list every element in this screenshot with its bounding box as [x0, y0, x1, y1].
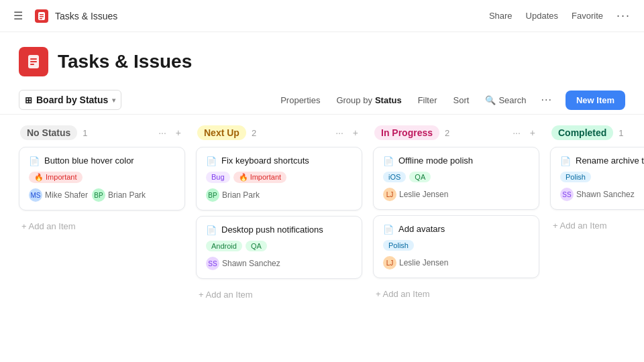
tag-qa[interactable]: QA [246, 241, 267, 251]
column-title-next-up: Next Up [197, 125, 246, 140]
new-item-button[interactable]: New Item [566, 90, 625, 110]
sort-button[interactable]: Sort [447, 92, 476, 109]
assignee-name: Shawn Sanchez [222, 259, 280, 268]
svg-rect-5 [30, 58, 37, 60]
column-actions-next-up: ···+ [333, 126, 361, 139]
column-more-no-status[interactable]: ··· [156, 126, 169, 139]
column-actions-in-progress: ···+ [510, 126, 538, 139]
column-in-progress: In Progress2···+📄Offline mode polishiOSQ… [373, 125, 539, 348]
board-view-selector[interactable]: ⊞ Board by Status ▾ [19, 90, 121, 110]
tag-important[interactable]: 🔥 Important [233, 172, 287, 183]
column-count-next-up: 2 [252, 128, 256, 138]
column-title-completed: Completed [551, 125, 613, 140]
card-title-next-up-0: Fix keyboard shortcuts [221, 156, 309, 166]
updates-button[interactable]: Updates [526, 11, 558, 21]
avatar: BP [92, 188, 105, 202]
card-doc-icon: 📄 [206, 156, 217, 166]
nav-more-button[interactable]: ··· [616, 9, 631, 23]
card-title-in-progress-0: Offline mode polish [398, 156, 473, 166]
favorite-button[interactable]: Favorite [572, 11, 603, 21]
column-count-completed: 1 [619, 128, 623, 138]
card-doc-icon: 📄 [206, 225, 217, 235]
search-button[interactable]: 🔍 Search [478, 92, 533, 109]
nav-left: ☰ Tasks & Issues [13, 9, 117, 23]
card-next-up-0[interactable]: 📄Fix keyboard shortcutsBug🔥 ImportantBPB… [196, 147, 362, 210]
toolbar: ⊞ Board by Status ▾ Properties Group by … [0, 86, 644, 115]
column-more-in-progress[interactable]: ··· [510, 126, 523, 139]
board-icon: ⊞ [25, 95, 32, 105]
column-add-in-progress[interactable]: + [527, 126, 538, 139]
chevron-down-icon: ▾ [112, 97, 115, 104]
assignee-name: Shawn Sanchez [576, 190, 635, 199]
svg-rect-2 [40, 16, 44, 17]
tag-android[interactable]: Android [206, 241, 242, 251]
card-in-progress-0[interactable]: 📄Offline mode polishiOSQALJLeslie Jensen [373, 147, 539, 210]
card-no-status-0[interactable]: 📄Button blue hover color🔥 ImportantMSMik… [19, 147, 185, 210]
column-header-next-up: Next Up2···+ [196, 125, 362, 140]
column-header-no-status: No Status1···+ [19, 125, 185, 140]
avatar: BP [206, 188, 219, 202]
filter-button[interactable]: Filter [411, 92, 444, 109]
card-completed-0[interactable]: 📄Rename archive to trashPolishSSShawn Sa… [550, 147, 644, 210]
tag-important[interactable]: 🔥 Important [29, 172, 83, 183]
card-next-up-1[interactable]: 📄Desktop push notificationsAndroidQASSSh… [196, 216, 362, 279]
avatar: SS [560, 188, 574, 201]
card-title-in-progress-1: Add avatars [398, 224, 445, 234]
avatar: LJ [383, 188, 396, 201]
assignee-name: Leslie Jensen [399, 258, 448, 267]
tag-polish[interactable]: Polish [383, 240, 414, 251]
column-add-no-status[interactable]: + [173, 126, 184, 139]
card-title-next-up-1: Desktop push notifications [221, 225, 323, 235]
assignee-name: Brian Park [108, 190, 146, 200]
column-header-completed: Completed1···+ [550, 125, 644, 140]
column-completed: Completed1···+📄Rename archive to trashPo… [550, 125, 644, 348]
column-title-no-status: No Status [20, 125, 77, 140]
card-doc-icon: 📄 [29, 156, 40, 166]
column-add-next-up[interactable]: + [350, 126, 361, 139]
add-item-completed[interactable]: + Add an Item [550, 215, 644, 236]
share-button[interactable]: Share [489, 11, 513, 21]
tag-bug[interactable]: Bug [206, 172, 230, 183]
column-count-in-progress: 2 [445, 128, 449, 138]
card-doc-icon: 📄 [383, 156, 394, 166]
column-next-up: Next Up2···+📄Fix keyboard shortcutsBug🔥 … [196, 125, 362, 348]
column-header-in-progress: In Progress2···+ [373, 125, 539, 140]
add-item-in-progress[interactable]: + Add an Item [373, 284, 539, 304]
column-no-status: No Status1···+📄Button blue hover color🔥 … [19, 125, 185, 348]
hamburger-icon[interactable]: ☰ [13, 9, 23, 22]
add-item-no-status[interactable]: + Add an Item [19, 216, 185, 237]
svg-rect-6 [30, 61, 37, 62]
toolbar-left: ⊞ Board by Status ▾ [19, 90, 274, 110]
assignee-name: Mike Shafer [45, 190, 88, 200]
column-more-next-up[interactable]: ··· [333, 126, 346, 139]
toolbar-right: Properties Group by Status Filter Sort 🔍… [274, 90, 625, 110]
page-header: Tasks & Issues [0, 32, 644, 86]
card-title-completed-0: Rename archive to trash [576, 156, 644, 166]
svg-rect-3 [40, 18, 42, 19]
avatar: SS [206, 257, 219, 270]
group-by-button[interactable]: Group by Status [329, 92, 408, 109]
column-actions-no-status: ···+ [156, 126, 184, 139]
add-item-next-up[interactable]: + Add an Item [196, 284, 362, 305]
tag-ios[interactable]: iOS [383, 172, 406, 182]
nav-right: Share Updates Favorite ··· [489, 9, 631, 23]
properties-button[interactable]: Properties [274, 92, 327, 109]
assignee-name: Brian Park [222, 190, 260, 200]
card-title-no-status-0: Button blue hover color [44, 156, 134, 166]
nav-title: Tasks & Issues [55, 11, 117, 21]
avatar: LJ [383, 256, 396, 269]
card-in-progress-1[interactable]: 📄Add avatarsPolishLJLeslie Jensen [373, 215, 539, 278]
toolbar-more-button[interactable]: ··· [536, 90, 557, 109]
page-title: Tasks & Issues [58, 51, 192, 72]
column-count-no-status: 1 [83, 128, 87, 138]
card-doc-icon: 📄 [383, 225, 394, 235]
column-title-in-progress: In Progress [374, 125, 439, 140]
svg-rect-7 [30, 64, 34, 65]
tag-qa[interactable]: QA [409, 172, 431, 182]
page-icon [19, 47, 48, 76]
board-label: Board by Status [36, 95, 108, 105]
assignee-name: Leslie Jensen [399, 190, 448, 199]
search-icon: 🔍 [485, 95, 496, 105]
avatar: MS [29, 188, 42, 202]
tag-polish[interactable]: Polish [560, 172, 591, 182]
